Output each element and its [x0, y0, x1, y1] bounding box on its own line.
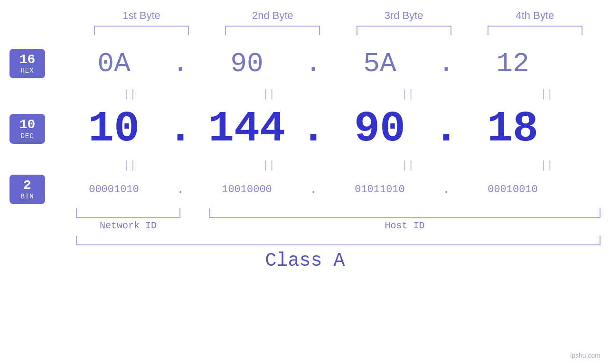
bin-byte3: 01011010: [355, 184, 405, 196]
byte2-header: 2nd Byte: [225, 9, 320, 22]
equals-dec-4: ||: [495, 159, 599, 170]
main-container: 1st Byte 2nd Byte 3rd Byte 4th Byte 16 H…: [0, 0, 610, 364]
bin-dot3: .: [442, 182, 450, 196]
bin-byte1: 00001010: [89, 184, 139, 196]
bin-badge: 2 BIN: [9, 175, 45, 205]
watermark: ipshu.com: [570, 352, 601, 359]
dec-badge: 10 DEC: [9, 114, 45, 144]
dec-dot1: .: [168, 105, 193, 153]
byte1-header: 1st Byte: [94, 9, 189, 22]
equals-hex-4: ||: [495, 87, 599, 99]
dec-byte3: 90: [354, 105, 405, 153]
hex-byte2: 90: [230, 48, 263, 79]
bin-base-label: BIN: [9, 193, 45, 200]
class-bracket: [76, 236, 601, 245]
hex-base-num: 16: [9, 53, 45, 67]
bin-base-num: 2: [9, 178, 45, 193]
hex-badge: 16 HEX: [9, 49, 45, 79]
dec-dot2: .: [300, 105, 326, 153]
bin-dot1: .: [177, 182, 184, 196]
dec-byte1: 10: [88, 105, 140, 153]
hex-base-label: HEX: [9, 67, 45, 75]
bracket-top-2: [225, 26, 320, 35]
bracket-top-1: [94, 26, 189, 35]
equals-hex-3: ||: [356, 87, 460, 99]
hex-dot3: .: [438, 47, 455, 80]
class-label: Class A: [265, 250, 345, 271]
hex-byte4: 12: [496, 48, 529, 79]
dec-dot3: .: [433, 105, 459, 153]
host-bracket: [209, 208, 601, 218]
hex-dot2: .: [305, 47, 322, 80]
bracket-top-3: [357, 26, 451, 35]
hex-dot1: .: [172, 47, 189, 80]
byte4-header: 4th Byte: [488, 9, 582, 22]
byte3-header: 3rd Byte: [357, 9, 451, 22]
hex-byte1: 0A: [97, 48, 131, 79]
equals-dec-3: ||: [356, 159, 460, 170]
dec-base-num: 10: [9, 118, 45, 132]
bracket-top-4: [488, 26, 582, 35]
network-id-label: Network ID: [76, 220, 180, 231]
bin-byte2: 10010000: [222, 184, 272, 196]
hex-byte3: 5A: [363, 48, 396, 79]
host-id-label: Host ID: [209, 220, 601, 231]
network-bracket: [76, 208, 180, 218]
dec-byte4: 18: [487, 105, 538, 153]
equals-dec-1: ||: [77, 159, 182, 170]
bin-byte4: 00010010: [488, 184, 538, 196]
dec-base-label: DEC: [9, 132, 45, 140]
equals-hex-2: ||: [216, 87, 321, 99]
bin-dot2: .: [310, 182, 317, 196]
dec-byte2: 144: [208, 105, 285, 153]
equals-hex-1: ||: [77, 87, 182, 99]
equals-dec-2: ||: [216, 159, 321, 170]
